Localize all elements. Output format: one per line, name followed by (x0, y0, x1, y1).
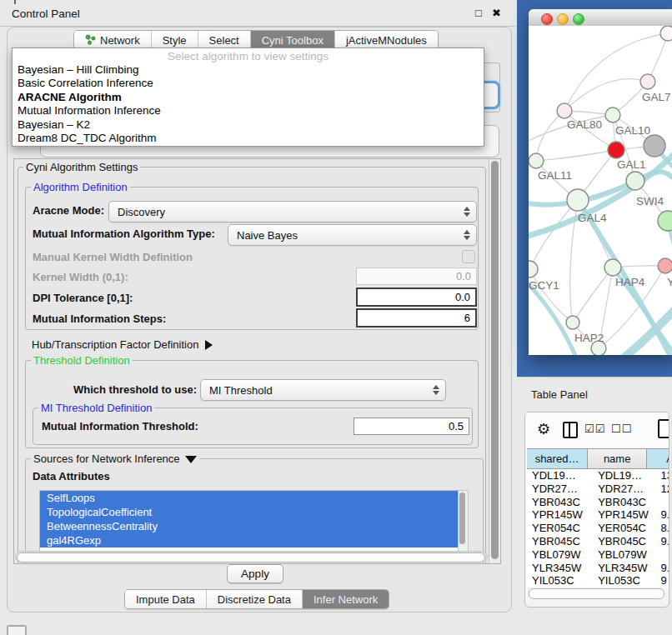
manual-kernel-width-label: Manual Kernel Width Definition (33, 251, 193, 263)
settings-hscrollbar-thumb[interactable] (17, 552, 485, 562)
network-node[interactable] (658, 211, 672, 231)
algorithm-option[interactable]: Mutual Information Inference (13, 104, 484, 118)
network-node-gal80[interactable] (557, 103, 572, 118)
export-table-icon[interactable] (658, 419, 669, 438)
dpi-tolerance-field[interactable] (356, 288, 477, 307)
mi-threshold-definition-title: MI Threshold Definition (38, 402, 154, 414)
algorithm-option[interactable]: Dream8 DC_TDC Algorithm (13, 132, 484, 145)
control-panel-titlebar: Control Panel □ ✖ (0, 0, 515, 27)
table-cell: YBR043C (593, 496, 657, 509)
tab-infer-network[interactable]: Infer Network (303, 590, 389, 608)
gear-icon[interactable]: ⚙ (537, 420, 550, 438)
algorithm-option[interactable]: Bayesian – Hill Climbing (13, 63, 484, 77)
column-header-2[interactable]: name (588, 449, 647, 468)
data-attribute-item[interactable]: SelfLoops (40, 491, 459, 505)
table-row[interactable]: YBR043CYBR043C (527, 496, 669, 509)
attributes-scrollbar-thumb[interactable] (459, 492, 465, 544)
tab-discretize-data[interactable]: Discretize Data (207, 590, 303, 608)
algorithm-option[interactable]: Bayesian – K2 (13, 118, 484, 132)
select-all-checkboxes-icon[interactable]: ☑☑ (584, 422, 605, 435)
network-node[interactable] (660, 26, 672, 41)
data-attribute-item[interactable]: BetweennessCentrality (40, 519, 459, 533)
network-node-hap4[interactable] (604, 259, 621, 276)
network-node-hap2[interactable] (566, 316, 579, 329)
network-node-swi4[interactable] (626, 172, 644, 190)
table-row[interactable]: YLR345WYLR345W9. (527, 562, 669, 575)
float-icon[interactable]: □ (475, 7, 482, 19)
cyni-settings-group-title: Cyni Algorithm Settings (23, 161, 140, 173)
network-node-gcy1[interactable] (529, 261, 538, 278)
node-label: GAL10 (615, 124, 650, 137)
tab-label: Discretize Data (218, 593, 291, 606)
manual-kernel-width-checkbox[interactable] (462, 250, 475, 263)
mi-algorithm-type-select[interactable]: Naive Bayes (228, 224, 477, 246)
table-toolbar: ⚙ ☑☑ ☐☐ (525, 412, 669, 448)
table-row[interactable]: YBR045CYBR045C9. (527, 535, 669, 548)
collapsed-arrow-icon (205, 340, 213, 350)
node-label: HAP4 (615, 276, 645, 288)
table-header-row: shared…nameA (527, 448, 669, 469)
attributes-scrollbar[interactable] (458, 490, 469, 553)
network-node-gal11[interactable] (529, 153, 544, 168)
table-hscrollbar[interactable] (528, 588, 664, 598)
kernel-width-field[interactable] (356, 268, 477, 285)
network-node-gal7[interactable] (640, 74, 655, 89)
node-label: GAL7 (642, 91, 671, 103)
stepper-arrows-icon (427, 385, 445, 395)
mi-threshold-definition-group: MI Threshold Definition Mutual Informati… (33, 408, 473, 445)
network-node-gal1[interactable] (608, 142, 624, 158)
table-cell (657, 496, 669, 509)
aracne-mode-select[interactable]: Discovery (108, 201, 477, 222)
network-node-y[interactable] (658, 258, 672, 273)
table-hscrollbar-thumb[interactable] (529, 588, 664, 599)
table-panel-box: ⚙ ☑☑ ☐☐ shared…nameA YDL19…YDL19…13YDR27… (524, 412, 669, 608)
table-row[interactable]: YDL19…YDL19…13 (527, 469, 669, 482)
mi-threshold-field[interactable] (354, 418, 469, 435)
table-panel-title: Table Panel (531, 388, 588, 401)
stepper-arrows-icon (458, 230, 476, 240)
deselect-all-checkboxes-icon[interactable]: ☐☐ (611, 422, 632, 435)
window-minimize-icon[interactable] (557, 13, 569, 25)
table-cell: 8. (657, 522, 669, 535)
window-close-icon[interactable] (541, 13, 553, 25)
table-row[interactable]: YBL079WYBL079W (527, 548, 669, 562)
table-body: YDL19…YDL19…13YDR27…YDR27…12YBR043CYBR04… (527, 469, 669, 588)
settings-vscrollbar[interactable] (489, 159, 500, 562)
mi-steps-field[interactable] (356, 308, 477, 328)
network-node-gal4[interactable] (567, 189, 589, 211)
network-node-gal10[interactable] (605, 108, 620, 122)
data-attribute-item[interactable]: gal4RGexp (40, 533, 459, 548)
algorithm-option[interactable]: Basic Correlation Inference (13, 77, 484, 90)
tab-label: Style (163, 34, 187, 47)
table-row[interactable]: YDR27…YDR27…12 (527, 482, 669, 496)
network-canvas[interactable]: GAL7GAL80GAL10GAL1GAL11SWI4GAL4GCY1YHAP4… (529, 26, 672, 355)
hub-definition-label: Hub/Transcription Factor Definition (32, 338, 198, 351)
close-icon[interactable]: ✖ (492, 7, 501, 19)
column-header-1[interactable]: shared… (527, 449, 588, 468)
tab-impute-data[interactable]: Impute Data (125, 590, 207, 608)
hub-definition-toggle[interactable]: Hub/Transcription Factor Definition (32, 338, 213, 351)
node-label: SWI4 (636, 195, 664, 208)
column-view-icon[interactable] (563, 422, 578, 438)
tab-label: Impute Data (136, 593, 195, 606)
table-row[interactable]: YER054CYER054C8. (527, 522, 669, 535)
network-node[interactable] (644, 135, 665, 157)
algorithm-option[interactable]: ARACNE Algorithm (13, 91, 484, 104)
minimized-panel-icon[interactable] (7, 625, 27, 635)
table-row[interactable]: YPR145WYPR145W9. (527, 508, 669, 522)
settings-vscrollbar-thumb[interactable] (491, 161, 499, 559)
column-header-3[interactable]: A (647, 449, 669, 468)
table-cell: 9 (657, 574, 669, 588)
table-cell: YBR043C (527, 496, 593, 509)
apply-button[interactable]: Apply (227, 564, 283, 583)
network-window-titlebar[interactable] (529, 9, 672, 27)
table-cell: 12 (657, 482, 669, 496)
window-zoom-icon[interactable] (573, 13, 584, 25)
table-row[interactable]: YIL053CYIL053C9 (527, 574, 669, 588)
which-threshold-select[interactable]: MI Threshold (200, 379, 446, 401)
table-cell: YBR045C (593, 535, 657, 548)
table-cell: YPR145W (527, 508, 593, 522)
settings-hscrollbar[interactable] (15, 551, 488, 562)
mi-steps-label: Mutual Information Steps: (33, 312, 166, 325)
data-attribute-item[interactable]: TopologicalCoefficient (40, 505, 459, 519)
